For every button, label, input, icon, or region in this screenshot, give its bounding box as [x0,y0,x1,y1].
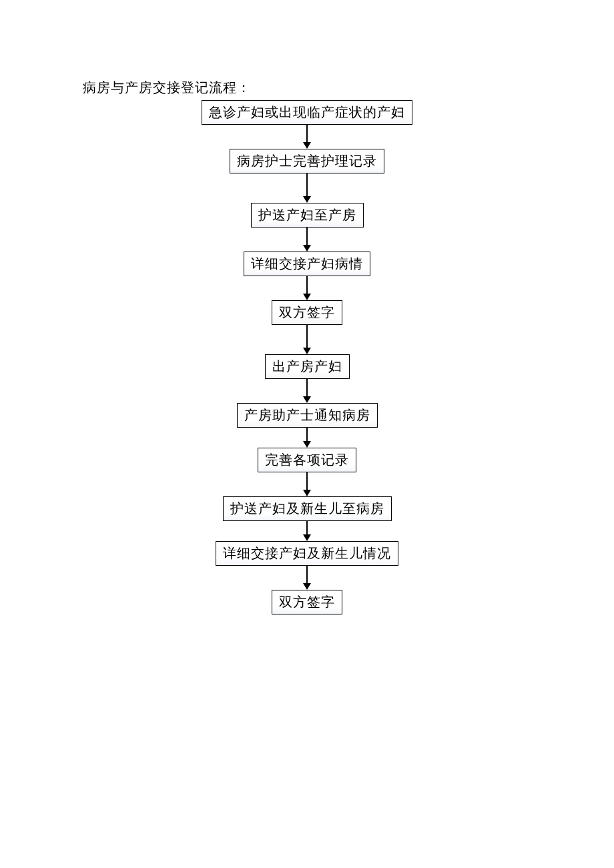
arrow-icon [303,521,311,541]
flow-step-7: 完善各项记录 [258,448,356,472]
flow-step-1: 病房护士完善护理记录 [230,149,384,173]
arrow-icon [303,566,311,590]
flow-step-10: 双方签字 [272,590,342,614]
flow-step-3: 详细交接产妇病情 [244,252,370,276]
flow-step-0: 急诊产妇或出现临产症状的产妇 [202,100,412,125]
arrow-icon [303,472,311,496]
arrow-icon [303,125,311,149]
flow-step-8: 护送产妇及新生儿至病房 [223,496,392,521]
arrow-icon [303,325,311,354]
flowchart-container: 急诊产妇或出现临产症状的产妇 病房护士完善护理记录 护送产妇至产房 详细交接产妇… [202,100,412,614]
flow-step-4: 双方签字 [272,300,342,325]
arrow-icon [303,276,311,300]
page-title: 病房与产房交接登记流程： [83,79,251,97]
flow-step-9: 详细交接产妇及新生儿情况 [216,541,398,566]
flow-step-2: 护送产妇至产房 [251,203,364,228]
flow-step-6: 产房助产士通知病房 [237,403,378,428]
flow-step-5: 出产房产妇 [265,354,350,379]
arrow-icon [303,428,311,448]
arrow-icon [303,379,311,403]
arrow-icon [303,228,311,252]
arrow-icon [303,173,311,203]
